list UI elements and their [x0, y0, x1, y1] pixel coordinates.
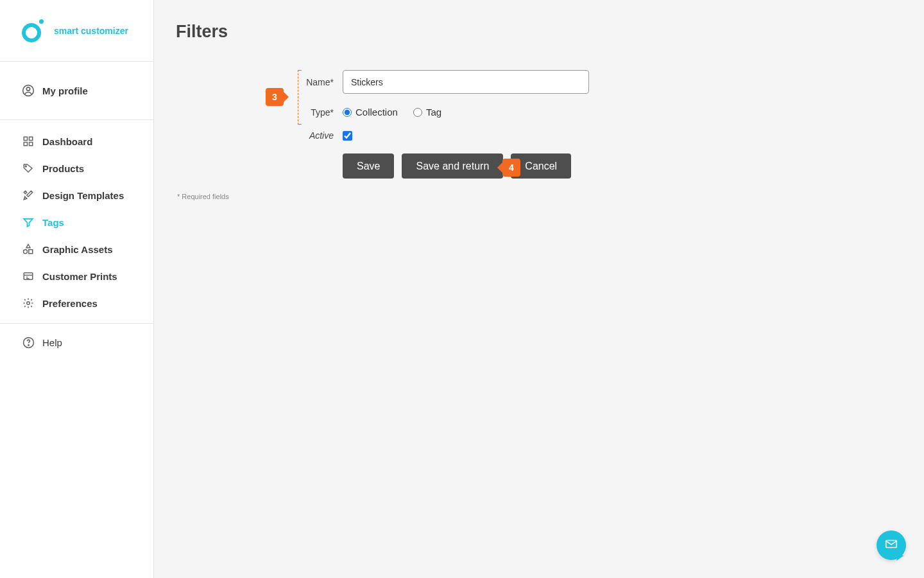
type-radio-label: Tag	[426, 107, 441, 118]
sidebar-item-label: Dashboard	[42, 136, 92, 147]
main-content: Filters 3 4 Name* Type* Collection Tag	[154, 0, 924, 578]
gear-icon	[22, 297, 35, 310]
shapes-icon	[22, 243, 35, 256]
sidebar-item-design-templates[interactable]: Design Templates	[0, 182, 153, 209]
active-checkbox[interactable]	[343, 131, 352, 141]
sidebar-item-dashboard[interactable]: Dashboard	[0, 128, 153, 155]
sidebar-item-label: My profile	[42, 85, 88, 96]
tag-icon	[22, 162, 35, 175]
sidebar-item-label: Tags	[42, 217, 64, 228]
svg-rect-8	[29, 250, 33, 254]
save-button[interactable]: Save	[343, 153, 394, 179]
form-button-row: Save Save and return Cancel	[343, 153, 924, 179]
brand-logo-block[interactable]: smart customizer	[0, 0, 153, 62]
svg-rect-3	[30, 137, 33, 140]
callout-step-3: 3	[266, 88, 284, 106]
type-radio-group: Collection Tag	[343, 107, 441, 118]
svg-rect-4	[24, 143, 27, 146]
callout-bracket	[298, 70, 302, 125]
brand-name: smart customizer	[54, 26, 128, 36]
svg-rect-2	[24, 137, 27, 140]
sidebar-item-label: Design Templates	[42, 190, 124, 201]
type-radio-label: Collection	[355, 107, 398, 118]
svg-point-1	[26, 87, 30, 91]
dashboard-icon	[22, 135, 35, 148]
mail-icon	[884, 537, 898, 554]
type-option-tag[interactable]: Tag	[413, 107, 441, 118]
type-option-collection[interactable]: Collection	[343, 107, 398, 118]
sidebar-item-preferences[interactable]: Preferences	[0, 290, 153, 317]
prints-icon	[22, 270, 35, 283]
sidebar-item-label: Customer Prints	[42, 271, 117, 282]
form-row-type: Type* Collection Tag	[176, 107, 924, 118]
sidebar-item-my-profile[interactable]: My profile	[0, 77, 153, 104]
help-section: Help	[0, 323, 153, 356]
sidebar-item-graphic-assets[interactable]: Graphic Assets	[0, 236, 153, 263]
svg-rect-5	[30, 143, 33, 146]
filter-icon	[22, 216, 35, 229]
sidebar-item-customer-prints[interactable]: Customer Prints	[0, 263, 153, 290]
svg-point-7	[24, 250, 28, 254]
sidebar: smart customizer My profile Dashboard	[0, 0, 154, 578]
name-label: Name*	[176, 77, 343, 87]
required-fields-note: * Required fields	[177, 193, 924, 200]
form-row-name: Name*	[176, 70, 924, 94]
sidebar-item-help[interactable]: Help	[0, 329, 153, 356]
svg-point-10	[27, 302, 30, 305]
sidebar-item-tags[interactable]: Tags	[0, 209, 153, 236]
callout-step-4: 4	[502, 159, 520, 177]
form-row-active: Active	[176, 130, 924, 141]
sidebar-item-products[interactable]: Products	[0, 155, 153, 182]
type-radio-tag[interactable]	[413, 108, 422, 117]
sidebar-nav: Dashboard Products Design Templates	[0, 120, 153, 317]
active-label: Active	[176, 130, 343, 141]
sidebar-item-label: Products	[42, 163, 84, 174]
page-title: Filters	[176, 22, 924, 42]
sidebar-item-label: Graphic Assets	[42, 244, 113, 255]
help-icon	[22, 336, 35, 349]
brand-logo-icon	[22, 19, 45, 42]
type-radio-collection[interactable]	[343, 108, 352, 117]
name-input[interactable]	[343, 70, 589, 94]
save-and-return-button[interactable]: Save and return	[402, 153, 503, 179]
tools-icon	[22, 189, 35, 202]
profile-section: My profile	[0, 62, 153, 120]
svg-point-12	[28, 344, 28, 345]
sidebar-item-label: Help	[42, 337, 62, 348]
user-icon	[22, 84, 35, 97]
type-label: Type*	[176, 107, 343, 118]
filter-form: 3 4 Name* Type* Collection Tag Active	[176, 70, 924, 200]
chat-fab[interactable]	[877, 530, 906, 560]
svg-point-6	[25, 166, 26, 167]
sidebar-item-label: Preferences	[42, 298, 98, 309]
